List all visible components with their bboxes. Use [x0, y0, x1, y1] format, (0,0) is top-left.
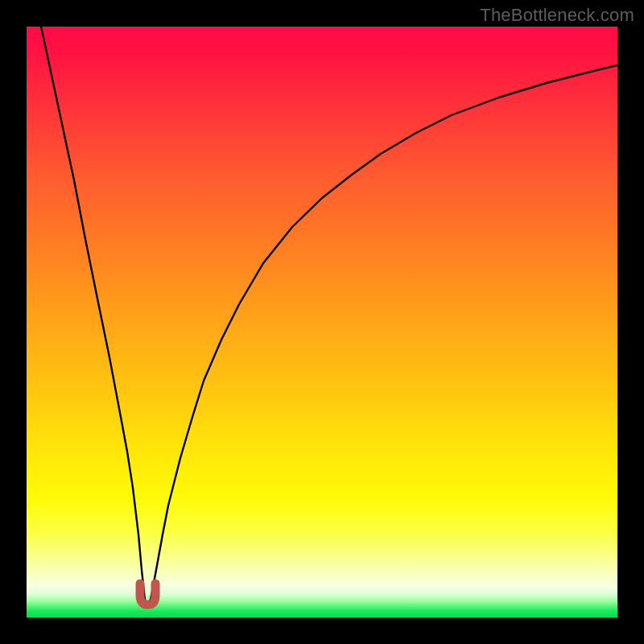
plot-area: [27, 27, 617, 617]
chart-frame: TheBottleneck.com: [0, 0, 644, 644]
minimum-marker-icon: [140, 584, 155, 605]
bottleneck-curve: [27, 27, 617, 617]
watermark-text: TheBottleneck.com: [480, 5, 634, 26]
